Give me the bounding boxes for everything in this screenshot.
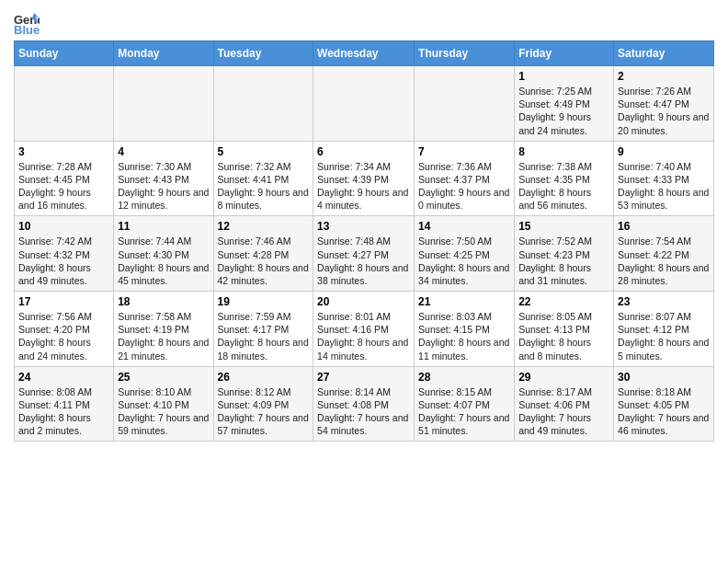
day-number: 20 [317, 295, 410, 308]
day-cell: 28Sunrise: 8:15 AM Sunset: 4:07 PM Dayli… [415, 366, 515, 442]
header-wednesday: Wednesday [313, 41, 415, 66]
day-cell [114, 66, 213, 142]
day-info: Sunrise: 8:15 AM Sunset: 4:07 PM Dayligh… [418, 385, 510, 438]
day-cell: 11Sunrise: 7:44 AM Sunset: 4:30 PM Dayli… [114, 216, 213, 292]
day-info: Sunrise: 7:36 AM Sunset: 4:37 PM Dayligh… [418, 160, 510, 213]
day-cell: 15Sunrise: 7:52 AM Sunset: 4:23 PM Dayli… [515, 216, 614, 292]
day-number: 5 [218, 145, 310, 158]
day-number: 11 [118, 220, 209, 233]
day-cell [15, 66, 114, 142]
day-info: Sunrise: 8:12 AM Sunset: 4:09 PM Dayligh… [218, 385, 310, 438]
svg-text:Blue: Blue [14, 23, 40, 35]
day-cell: 1Sunrise: 7:25 AM Sunset: 4:49 PM Daylig… [515, 66, 614, 142]
day-number: 26 [218, 371, 310, 384]
day-cell: 14Sunrise: 7:50 AM Sunset: 4:25 PM Dayli… [415, 216, 515, 292]
week-row-3: 10Sunrise: 7:42 AM Sunset: 4:32 PM Dayli… [15, 216, 714, 292]
header-thursday: Thursday [415, 41, 515, 66]
day-cell [415, 66, 515, 142]
day-number: 10 [18, 220, 109, 233]
calendar-table: SundayMondayTuesdayWednesdayThursdayFrid… [14, 40, 714, 442]
day-cell: 20Sunrise: 8:01 AM Sunset: 4:16 PM Dayli… [313, 292, 415, 367]
day-cell: 5Sunrise: 7:32 AM Sunset: 4:41 PM Daylig… [213, 141, 313, 216]
day-info: Sunrise: 7:42 AM Sunset: 4:32 PM Dayligh… [18, 235, 109, 287]
day-number: 3 [18, 145, 109, 158]
day-info: Sunrise: 7:58 AM Sunset: 4:19 PM Dayligh… [118, 310, 209, 362]
day-info: Sunrise: 7:52 AM Sunset: 4:23 PM Dayligh… [518, 235, 609, 287]
day-cell: 19Sunrise: 7:59 AM Sunset: 4:17 PM Dayli… [213, 292, 313, 367]
day-info: Sunrise: 7:50 AM Sunset: 4:25 PM Dayligh… [418, 235, 510, 287]
day-cell: 6Sunrise: 7:34 AM Sunset: 4:39 PM Daylig… [313, 141, 415, 216]
day-number: 30 [618, 371, 710, 384]
day-cell: 26Sunrise: 8:12 AM Sunset: 4:09 PM Dayli… [213, 366, 313, 442]
day-info: Sunrise: 8:03 AM Sunset: 4:15 PM Dayligh… [418, 310, 510, 362]
day-number: 25 [118, 371, 209, 384]
day-number: 18 [118, 295, 209, 308]
day-cell: 8Sunrise: 7:38 AM Sunset: 4:35 PM Daylig… [515, 141, 614, 216]
day-info: Sunrise: 7:40 AM Sunset: 4:33 PM Dayligh… [618, 160, 710, 213]
day-number: 8 [518, 145, 609, 158]
day-cell [213, 66, 313, 142]
day-info: Sunrise: 7:44 AM Sunset: 4:30 PM Dayligh… [118, 235, 209, 287]
day-cell: 23Sunrise: 8:07 AM Sunset: 4:12 PM Dayli… [614, 292, 714, 367]
day-info: Sunrise: 7:48 AM Sunset: 4:27 PM Dayligh… [317, 235, 410, 287]
day-info: Sunrise: 7:59 AM Sunset: 4:17 PM Dayligh… [218, 310, 310, 362]
day-number: 9 [618, 145, 710, 158]
day-info: Sunrise: 8:14 AM Sunset: 4:08 PM Dayligh… [317, 385, 410, 438]
day-info: Sunrise: 8:08 AM Sunset: 4:11 PM Dayligh… [18, 385, 109, 438]
day-cell: 2Sunrise: 7:26 AM Sunset: 4:47 PM Daylig… [614, 66, 714, 142]
day-number: 23 [618, 295, 710, 308]
day-info: Sunrise: 8:01 AM Sunset: 4:16 PM Dayligh… [317, 310, 410, 362]
day-number: 24 [18, 371, 109, 384]
day-cell: 25Sunrise: 8:10 AM Sunset: 4:10 PM Dayli… [114, 366, 213, 442]
day-cell: 30Sunrise: 8:18 AM Sunset: 4:05 PM Dayli… [614, 366, 714, 442]
day-info: Sunrise: 7:38 AM Sunset: 4:35 PM Dayligh… [518, 160, 609, 213]
day-info: Sunrise: 8:17 AM Sunset: 4:06 PM Dayligh… [518, 385, 609, 438]
day-cell: 21Sunrise: 8:03 AM Sunset: 4:15 PM Dayli… [415, 292, 515, 367]
day-info: Sunrise: 7:34 AM Sunset: 4:39 PM Dayligh… [317, 160, 410, 213]
day-info: Sunrise: 7:54 AM Sunset: 4:22 PM Dayligh… [618, 235, 710, 287]
day-info: Sunrise: 7:25 AM Sunset: 4:49 PM Dayligh… [518, 85, 609, 137]
day-info: Sunrise: 7:30 AM Sunset: 4:43 PM Dayligh… [118, 160, 209, 213]
day-number: 21 [418, 295, 510, 308]
day-info: Sunrise: 8:05 AM Sunset: 4:13 PM Dayligh… [518, 310, 609, 362]
header: General Blue [14, 9, 714, 35]
day-info: Sunrise: 8:07 AM Sunset: 4:12 PM Dayligh… [618, 310, 710, 362]
day-cell: 4Sunrise: 7:30 AM Sunset: 4:43 PM Daylig… [114, 141, 213, 216]
day-cell: 3Sunrise: 7:28 AM Sunset: 4:45 PM Daylig… [15, 141, 114, 216]
day-number: 17 [18, 295, 109, 308]
day-cell: 12Sunrise: 7:46 AM Sunset: 4:28 PM Dayli… [213, 216, 313, 292]
day-number: 28 [418, 371, 510, 384]
day-cell: 18Sunrise: 7:58 AM Sunset: 4:19 PM Dayli… [114, 292, 213, 367]
week-row-2: 3Sunrise: 7:28 AM Sunset: 4:45 PM Daylig… [15, 141, 714, 216]
day-number: 12 [218, 220, 310, 233]
logo-icon: General Blue [14, 9, 40, 35]
day-info: Sunrise: 8:18 AM Sunset: 4:05 PM Dayligh… [618, 385, 710, 438]
logo: General Blue [14, 9, 43, 35]
day-cell: 7Sunrise: 7:36 AM Sunset: 4:37 PM Daylig… [415, 141, 515, 216]
day-cell [313, 66, 415, 142]
day-info: Sunrise: 7:46 AM Sunset: 4:28 PM Dayligh… [218, 235, 310, 287]
day-cell: 27Sunrise: 8:14 AM Sunset: 4:08 PM Dayli… [313, 366, 415, 442]
header-saturday: Saturday [614, 41, 714, 66]
week-row-5: 24Sunrise: 8:08 AM Sunset: 4:11 PM Dayli… [15, 366, 714, 442]
day-number: 1 [518, 70, 609, 83]
day-number: 6 [317, 145, 410, 158]
week-row-4: 17Sunrise: 7:56 AM Sunset: 4:20 PM Dayli… [15, 292, 714, 367]
day-cell: 24Sunrise: 8:08 AM Sunset: 4:11 PM Dayli… [15, 366, 114, 442]
day-info: Sunrise: 7:28 AM Sunset: 4:45 PM Dayligh… [18, 160, 109, 213]
day-number: 22 [518, 295, 609, 308]
day-number: 13 [317, 220, 410, 233]
day-number: 2 [618, 70, 710, 83]
header-sunday: Sunday [15, 41, 114, 66]
day-number: 16 [618, 220, 710, 233]
day-cell: 13Sunrise: 7:48 AM Sunset: 4:27 PM Dayli… [313, 216, 415, 292]
day-cell: 16Sunrise: 7:54 AM Sunset: 4:22 PM Dayli… [614, 216, 714, 292]
day-info: Sunrise: 8:10 AM Sunset: 4:10 PM Dayligh… [118, 385, 209, 438]
day-cell: 10Sunrise: 7:42 AM Sunset: 4:32 PM Dayli… [15, 216, 114, 292]
day-info: Sunrise: 7:56 AM Sunset: 4:20 PM Dayligh… [18, 310, 109, 362]
day-cell: 9Sunrise: 7:40 AM Sunset: 4:33 PM Daylig… [614, 141, 714, 216]
day-number: 4 [118, 145, 209, 158]
day-number: 14 [418, 220, 510, 233]
day-number: 7 [418, 145, 510, 158]
header-tuesday: Tuesday [213, 41, 313, 66]
